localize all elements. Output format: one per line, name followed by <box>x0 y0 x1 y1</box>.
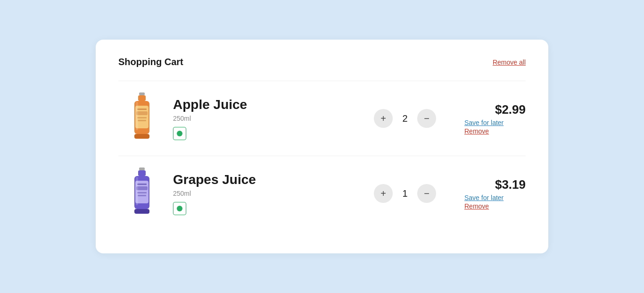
quantity-controls-grapes-juice: + 1 − <box>374 184 436 203</box>
svg-rect-19 <box>136 177 138 205</box>
remove-apple-juice[interactable]: Remove <box>464 127 489 135</box>
apple-juice-bottle-image <box>130 92 154 144</box>
svg-rect-8 <box>134 134 149 139</box>
svg-rect-17 <box>138 195 146 196</box>
item-volume-apple-juice: 250ml <box>173 115 346 122</box>
item-price-actions-grapes-juice: $3.19 Save for later Remove <box>464 177 526 210</box>
svg-rect-18 <box>134 209 149 214</box>
save-for-later-grapes-juice[interactable]: Save for later <box>464 194 504 201</box>
in-stock-badge-apple-juice <box>173 127 186 140</box>
shopping-cart: Shopping Cart Remove all <box>96 40 548 253</box>
svg-rect-16 <box>137 192 147 193</box>
svg-rect-1 <box>138 95 146 101</box>
cart-header: Shopping Cart Remove all <box>118 57 526 67</box>
cart-item-grapes-juice: Grapes Juice 250ml + 1 − $3.19 Save for … <box>118 156 526 231</box>
item-image-container <box>118 92 165 144</box>
svg-rect-0 <box>139 92 145 95</box>
item-price-actions-apple-juice: $2.99 Save for later Remove <box>464 102 526 135</box>
save-for-later-apple-juice[interactable]: Save for later <box>464 119 504 126</box>
quantity-controls-apple-juice: + 2 − <box>374 109 436 128</box>
qty-decrease-apple-juice[interactable]: − <box>417 109 436 128</box>
item-details-apple-juice: Apple Juice 250ml <box>165 97 346 140</box>
qty-value-grapes-juice: 1 <box>400 188 410 199</box>
qty-increase-apple-juice[interactable]: + <box>374 109 393 128</box>
grapes-juice-bottle-image <box>130 167 154 219</box>
cart-title: Shopping Cart <box>118 57 183 67</box>
qty-decrease-grapes-juice[interactable]: − <box>417 184 436 203</box>
svg-rect-14 <box>137 184 147 185</box>
item-name-apple-juice: Apple Juice <box>173 97 346 113</box>
svg-rect-6 <box>137 117 147 118</box>
remove-grapes-juice[interactable]: Remove <box>464 202 489 210</box>
svg-rect-10 <box>139 167 145 170</box>
item-volume-grapes-juice: 250ml <box>173 190 346 197</box>
item-price-grapes-juice: $3.19 <box>464 177 526 192</box>
qty-value-apple-juice: 2 <box>400 113 410 124</box>
item-details-grapes-juice: Grapes Juice 250ml <box>165 172 346 215</box>
cart-item-apple-juice: Apple Juice 250ml + 2 − $2.99 Save for l… <box>118 81 526 156</box>
item-image-container-grapes <box>118 167 165 219</box>
svg-rect-7 <box>138 120 146 121</box>
svg-rect-11 <box>138 170 146 176</box>
in-stock-badge-grapes-juice <box>173 202 186 215</box>
item-price-apple-juice: $2.99 <box>464 102 526 117</box>
svg-rect-4 <box>137 109 147 110</box>
item-name-grapes-juice: Grapes Juice <box>173 172 346 188</box>
in-stock-dot-apple-juice <box>177 131 182 136</box>
qty-increase-grapes-juice[interactable]: + <box>374 184 393 203</box>
svg-rect-9 <box>136 102 138 130</box>
remove-all-button[interactable]: Remove all <box>493 59 526 66</box>
in-stock-dot-grapes-juice <box>177 206 182 211</box>
